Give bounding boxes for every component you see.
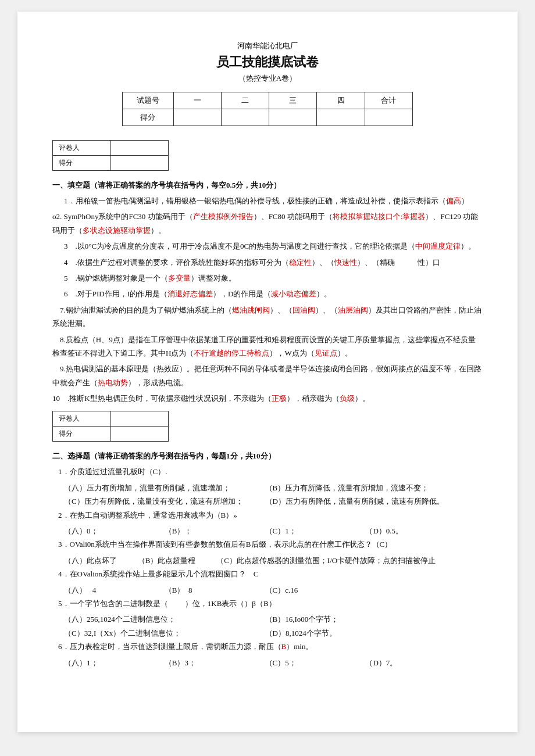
- company-name: 河南华能沁北电厂: [52, 41, 483, 51]
- grader-table-2: 评卷人得分: [52, 411, 169, 442]
- section1-questions: 1．用粕镍一笛热电偶测温时，错用银格一银铝热电偶的补偿导线，极性接的正确，将造成…: [52, 194, 483, 405]
- exam-subtitle: （热控专业A卷）: [52, 73, 483, 84]
- exam-title: 员工技能摸底试卷: [52, 53, 483, 71]
- section2-questions: 1．介质通过过流量孔板时（C）. （八）压力有所增加，流量有所削减，流速增加； …: [52, 465, 483, 669]
- page: 河南华能沁北电厂 员工技能摸底试卷 （热控专业A卷） 试题号一二三四合计得分 评…: [17, 12, 518, 732]
- score-table: 试题号一二三四合计得分: [122, 92, 413, 126]
- section2-header: 二、选择题（请将正确答案的序号测在括号内，每题1分，共10分）: [52, 451, 483, 461]
- section1-header: 一、填空题（请将正确答案的序号填在括号内，每空0.5分，共10分）: [52, 180, 483, 191]
- grader-table-1: 评卷人得分: [52, 140, 169, 171]
- title-section: 河南华能沁北电厂 员工技能摸底试卷 （热控专业A卷）: [52, 41, 483, 84]
